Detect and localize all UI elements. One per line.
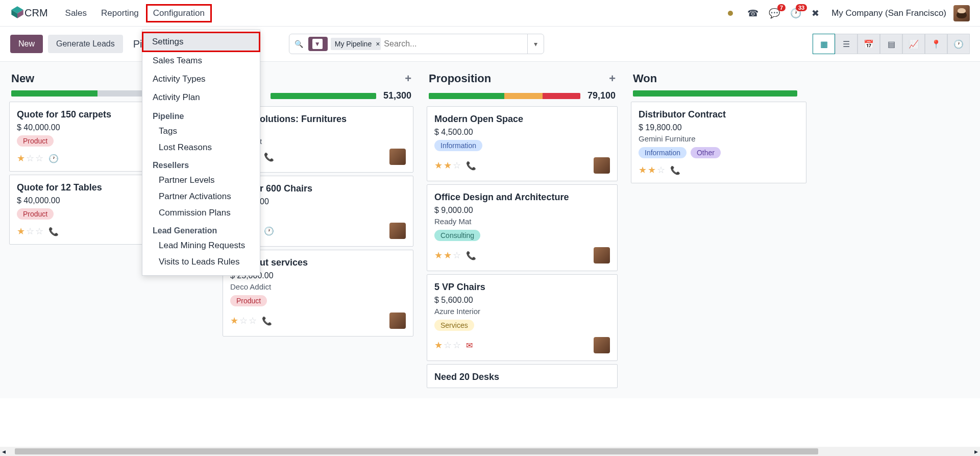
search-input[interactable] <box>381 39 527 49</box>
kanban-card[interactable]: Office Design and Architecture $ 9,000.0… <box>427 184 618 271</box>
card-tag[interactable]: Information <box>639 147 687 158</box>
column-add-icon[interactable]: + <box>609 72 616 85</box>
card-tag[interactable]: Services <box>434 320 474 331</box>
kanban-card[interactable]: Need 20 Desks <box>427 364 618 388</box>
new-button[interactable]: New <box>10 35 43 53</box>
nav-sales[interactable]: Sales <box>58 4 94 22</box>
phone-icon[interactable]: 📞 <box>264 152 274 162</box>
star-icon[interactable]: ★ <box>648 164 656 176</box>
column-title[interactable]: Won <box>633 72 657 85</box>
nav-reporting[interactable]: Reporting <box>94 4 146 22</box>
generate-leads-button[interactable]: Generate Leads <box>48 35 123 53</box>
card-tag[interactable]: Product <box>17 208 54 220</box>
star-icon[interactable]: ★ <box>230 315 238 326</box>
star-icon[interactable]: ☆ <box>26 153 34 164</box>
phone-icon[interactable]: 📞 <box>466 161 476 171</box>
app-logo[interactable] <box>10 5 24 21</box>
phone-icon[interactable]: 📞 <box>466 251 476 260</box>
view-map[interactable]: 📍 <box>925 34 947 54</box>
phone-icon[interactable]: 📞 <box>262 316 272 326</box>
avatar[interactable] <box>389 313 406 329</box>
star-icon[interactable]: ☆ <box>453 160 461 171</box>
dropdown-partner-levels[interactable]: Partner Levels <box>142 172 260 188</box>
column-progress[interactable] <box>271 93 376 99</box>
tools-icon[interactable]: ✖ <box>812 8 819 19</box>
dropdown-lost-reasons[interactable]: Lost Reasons <box>142 139 260 156</box>
card-priority[interactable]: ★ ★ ☆ 📞 <box>639 164 680 176</box>
dropdown-activity-types[interactable]: Activity Types <box>142 70 260 88</box>
star-icon[interactable]: ★ <box>17 226 25 237</box>
chip-remove-icon[interactable]: × <box>376 40 380 48</box>
star-icon[interactable]: ★ <box>444 250 452 261</box>
search-dropdown-icon[interactable]: ▾ <box>527 34 544 54</box>
company-selector[interactable]: My Company (San Francisco) <box>831 8 946 18</box>
avatar[interactable] <box>594 247 610 263</box>
star-icon[interactable]: ☆ <box>35 226 43 237</box>
user-avatar[interactable] <box>953 5 970 21</box>
card-tag[interactable]: Other <box>691 147 721 158</box>
star-icon[interactable]: ★ <box>434 340 443 351</box>
dropdown-lead-mining[interactable]: Lead Mining Requests <box>142 237 260 254</box>
column-add-icon[interactable]: + <box>405 72 411 85</box>
column-title[interactable]: New <box>11 72 34 85</box>
card-priority[interactable]: ★ ☆ ☆ 🕐 <box>17 153 59 164</box>
star-icon[interactable]: ★ <box>434 160 443 171</box>
card-tag[interactable]: Information <box>434 140 482 151</box>
messages-icon[interactable]: 💬7 <box>769 8 780 19</box>
avatar[interactable] <box>389 223 406 239</box>
search-icon[interactable]: 🔍 <box>289 40 308 48</box>
kanban-card[interactable]: 5 VP Chairs $ 5,600.00 Azure Interior Se… <box>427 274 618 361</box>
dropdown-sales-teams[interactable]: Sales Teams <box>142 52 260 70</box>
star-icon[interactable]: ☆ <box>453 340 461 351</box>
kanban-card[interactable]: Distributor Contract $ 19,800.00 Gemini … <box>631 102 806 183</box>
clock-icon[interactable]: 🕐 <box>264 226 274 236</box>
star-icon[interactable]: ☆ <box>444 340 452 351</box>
star-icon[interactable]: ★ <box>639 164 647 176</box>
card-priority[interactable]: ★ ☆ ☆ ✉ <box>434 340 473 351</box>
nav-configuration[interactable]: Configuration <box>146 4 212 22</box>
star-icon[interactable]: ☆ <box>239 315 248 326</box>
dropdown-commission-plans[interactable]: Commission Plans <box>142 205 260 221</box>
view-calendar[interactable]: 📅 <box>857 34 880 54</box>
star-icon[interactable]: ★ <box>17 153 25 164</box>
column-progress[interactable] <box>633 90 797 97</box>
star-icon[interactable]: ☆ <box>657 164 665 176</box>
kanban-card[interactable]: Modern Open Space $ 4,500.00 Information… <box>427 106 618 181</box>
avatar[interactable] <box>389 149 406 165</box>
dropdown-settings[interactable]: Settings <box>142 32 260 52</box>
view-pivot[interactable]: ▤ <box>880 34 902 54</box>
card-priority[interactable]: ★ ☆ ☆ 📞 <box>17 226 59 237</box>
search-box[interactable]: 🔍 ▼ My Pipeline × ▾ <box>289 34 544 54</box>
phone-icon[interactable]: 📞 <box>48 227 59 236</box>
star-icon[interactable]: ☆ <box>35 153 43 164</box>
search-filter-chip[interactable]: ▼ <box>308 37 328 51</box>
column-progress[interactable] <box>429 93 580 99</box>
card-priority[interactable]: 📞 <box>260 152 274 162</box>
dropdown-partner-activations[interactable]: Partner Activations <box>142 188 260 205</box>
mail-icon[interactable]: ✉ <box>466 341 473 350</box>
card-priority[interactable]: 🕐 <box>260 226 274 236</box>
star-icon[interactable]: ☆ <box>26 226 34 237</box>
dropdown-activity-plan[interactable]: Activity Plan <box>142 88 260 107</box>
view-list[interactable]: ☰ <box>835 34 857 54</box>
avatar[interactable] <box>594 337 610 353</box>
card-priority[interactable]: ★ ★ ☆ 📞 <box>434 250 476 261</box>
column-title[interactable]: Proposition <box>429 72 491 85</box>
card-priority[interactable]: ★ ☆ ☆ 📞 <box>230 315 272 326</box>
clock-icon[interactable]: 🕐 <box>48 154 59 163</box>
phone-icon[interactable]: 📞 <box>670 165 680 175</box>
view-activity[interactable]: 🕐 <box>947 34 970 54</box>
activities-icon[interactable]: 🕐33 <box>790 8 801 19</box>
status-indicator-icon[interactable] <box>728 11 733 16</box>
card-priority[interactable]: ★ ★ ☆ 📞 <box>434 160 476 171</box>
card-tag[interactable]: Product <box>230 295 267 306</box>
star-icon[interactable]: ☆ <box>249 315 257 326</box>
card-tag[interactable]: Product <box>17 135 54 147</box>
avatar[interactable] <box>594 157 610 174</box>
card-tag[interactable]: Consulting <box>434 230 480 241</box>
view-kanban[interactable]: ▦ <box>813 34 835 54</box>
view-graph[interactable]: 📈 <box>902 34 925 54</box>
dropdown-tags[interactable]: Tags <box>142 123 260 139</box>
star-icon[interactable]: ★ <box>444 160 452 171</box>
star-icon[interactable]: ★ <box>434 250 443 261</box>
